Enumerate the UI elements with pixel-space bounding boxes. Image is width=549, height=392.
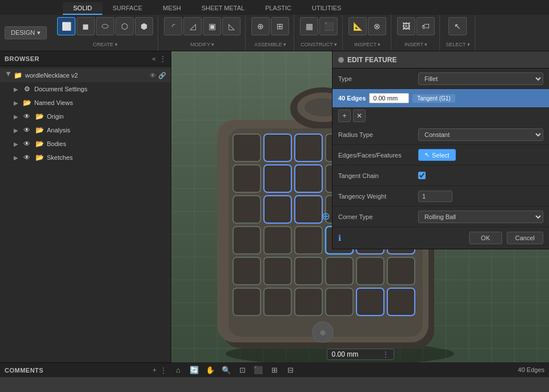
measure-icon[interactable]: 📐 (348, 17, 367, 35)
eye-icon-sketches[interactable]: 👁 (22, 152, 32, 163)
type-select[interactable]: Fillet (418, 72, 543, 85)
display-mode-icon[interactable]: ⬛ (251, 363, 265, 377)
zoom-fit-icon[interactable]: ⊡ (235, 363, 249, 377)
edges-mm-input[interactable] (369, 93, 409, 103)
loft-icon[interactable]: ⬢ (135, 17, 153, 35)
corner-type-select[interactable]: Rolling Ball (418, 211, 543, 223)
tab-mesh[interactable]: MESH (153, 2, 191, 15)
chamfer-icon[interactable]: ◿ (183, 17, 202, 35)
tree-item-analysis[interactable]: ▶ 👁 📂 Analysis (0, 123, 171, 137)
tree-label-bodies: Bodies (47, 140, 166, 147)
midplane-icon[interactable]: ⬛ (319, 17, 338, 35)
svg-rect-26 (264, 227, 291, 254)
dimension-input[interactable] (332, 350, 378, 358)
fillet-icon[interactable]: ◜ (164, 17, 182, 35)
panel-buttons: ℹ OK Cancel (332, 227, 549, 249)
tab-surface[interactable]: SURFACE (102, 2, 153, 15)
browser-menu-icon[interactable]: ⋮ (159, 55, 166, 63)
dimension-options-icon[interactable]: ⋮ (382, 350, 389, 358)
comments-expand-icon[interactable]: + (153, 366, 157, 374)
folder-icon-sketches: 📂 (34, 152, 45, 163)
remove-icon-btn[interactable]: ✕ (353, 110, 366, 122)
home-view-icon[interactable]: ⌂ (171, 363, 185, 377)
eye-icon-bodies[interactable]: 👁 (22, 139, 32, 149)
pan-icon[interactable]: ✋ (203, 363, 217, 377)
browser-collapse-icon[interactable]: « (152, 55, 156, 63)
new-component-icon[interactable]: ⬜ (57, 17, 75, 35)
tangent-chain-checkbox[interactable] (418, 172, 426, 179)
tab-plastic[interactable]: PLASTIC (255, 2, 302, 15)
select-button[interactable]: ↖ Select (418, 149, 456, 161)
grid-icon[interactable]: ⊞ (267, 363, 281, 377)
tangency-weight-input[interactable] (418, 191, 452, 202)
type-control: Fillet (418, 72, 543, 85)
tangent-chain-control (418, 172, 543, 179)
viewport[interactable]: WORDLE ⊕ ↗ ⊕ TOP FRONT (171, 51, 549, 377)
tree-item-root[interactable]: ▶ 📁 wordleNecklace v2 👁 🔗 (0, 68, 171, 82)
svg-rect-33 (295, 257, 322, 285)
browser-tree: ▶ 📁 wordleNecklace v2 👁 🔗 ▶ ⚙ Document S… (0, 66, 171, 362)
folder-icon-origin: 📂 (34, 111, 45, 122)
offset-plane-icon[interactable]: ▦ (300, 17, 318, 35)
tree-arrow-bodies: ▶ (14, 141, 22, 147)
edges-count-label: 40 Edges (338, 95, 366, 102)
svg-rect-36 (387, 257, 415, 285)
comments-menu-icon[interactable]: ⋮ (160, 366, 167, 374)
eye-icon-analysis[interactable]: 👁 (22, 125, 32, 135)
edges-faces-row: Edges/Faces/Features ↖ Select (332, 145, 549, 165)
edges-row[interactable]: 40 Edges Tangent (G1) (332, 89, 549, 107)
tree-item-origin[interactable]: ▶ 👁 📂 Origin (0, 110, 171, 123)
select-icon[interactable]: ↖ (448, 17, 467, 35)
as-built-joint-icon[interactable]: ⊞ (271, 17, 289, 35)
shell-icon[interactable]: ▣ (203, 17, 221, 35)
tab-sheet-metal[interactable]: SHEET METAL (191, 2, 255, 15)
tree-item-document-settings[interactable]: ▶ ⚙ Document Settings (0, 82, 171, 96)
add-remove-row: + ✕ (332, 107, 549, 124)
tree-label-analysis: Analysis (47, 127, 166, 134)
type-label: Type (338, 75, 418, 82)
radius-type-label: Radius Type (338, 131, 418, 138)
interference-icon[interactable]: ⊗ (368, 17, 386, 35)
revolve-icon[interactable]: ⬭ (96, 17, 114, 35)
tree-item-named-views[interactable]: ▶ 📂 Named Views (0, 96, 171, 110)
tree-item-bodies[interactable]: ▶ 👁 📂 Bodies (0, 137, 171, 151)
svg-rect-31 (233, 257, 261, 285)
cancel-button[interactable]: Cancel (507, 232, 543, 244)
insert-mesh-icon[interactable]: 🖼 (397, 17, 415, 35)
svg-rect-34 (326, 257, 353, 285)
zoom-icon[interactable]: 🔍 (219, 363, 233, 377)
tab-utilities[interactable]: UTILITIES (302, 2, 351, 15)
link-icon-root[interactable]: 🔗 (158, 72, 166, 79)
panel-close-dot (338, 57, 344, 63)
tree-label-doc: Document Settings (34, 86, 166, 92)
svg-rect-42 (387, 288, 415, 316)
tree-item-sketches[interactable]: ▶ 👁 📂 Sketches (0, 151, 171, 164)
tree-label-sketches: Sketches (47, 154, 166, 161)
sweep-icon[interactable]: ⬡ (115, 17, 134, 35)
extrude-icon[interactable]: ◼ (77, 17, 95, 35)
eye-icon-origin[interactable]: 👁 (22, 111, 32, 122)
viewport-bottom-bar: ⌂ 🔄 ✋ 🔍 ⊡ ⬛ ⊞ ⊟ 40 Edges (171, 362, 549, 377)
joint-icon[interactable]: ⊕ (251, 17, 270, 35)
folder-icon-bodies: 📂 (34, 139, 45, 149)
tab-solid[interactable]: SOLID (63, 2, 102, 15)
svg-rect-7 (233, 134, 261, 161)
visibility-icon-root[interactable]: 👁 (150, 72, 156, 79)
tool-group-assemble: ⊕ ⊞ ASSEMBLE ▾ (247, 15, 294, 51)
edit-panel-title: EDIT FEATURE (347, 56, 396, 64)
assemble-label: ASSEMBLE ▾ (254, 42, 286, 49)
edit-feature-panel: EDIT FEATURE Type Fillet 40 Edges Tangen… (332, 51, 549, 249)
tangency-weight-control (418, 191, 543, 202)
radius-type-select[interactable]: Constant (418, 128, 543, 141)
design-button[interactable]: DESIGN ▾ (5, 26, 47, 39)
ok-button[interactable]: OK (469, 232, 502, 244)
tangency-weight-row: Tangency Weight (332, 186, 549, 207)
grid-snap-icon[interactable]: ⊟ (283, 363, 297, 377)
tool-group-insert: 🖼 🏷 INSERT ▾ (392, 15, 440, 51)
add-icon-btn[interactable]: + (338, 110, 351, 122)
decal-icon[interactable]: 🏷 (416, 17, 435, 35)
tool-group-inspect: 📐 ⊗ INSPECT ▾ (344, 15, 391, 51)
info-button[interactable]: ℹ (338, 232, 341, 244)
draft-icon[interactable]: ◺ (222, 17, 241, 35)
orbit-icon[interactable]: 🔄 (187, 363, 201, 377)
